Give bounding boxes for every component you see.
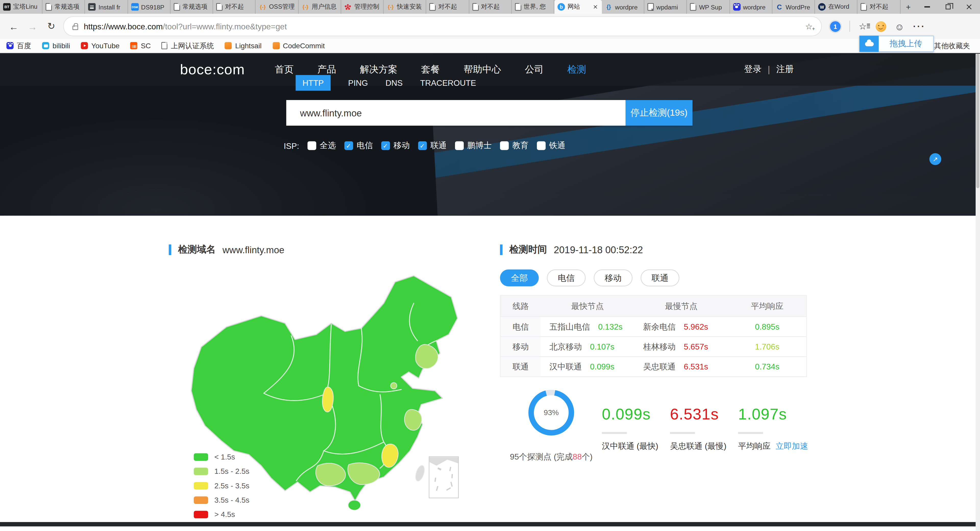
document-icon bbox=[690, 3, 697, 10]
accelerate-link[interactable]: 立即加速 bbox=[776, 441, 808, 452]
tab-traceroute[interactable]: TRACEROUTE bbox=[420, 78, 476, 88]
browser-tab[interactable]: BT宝塔Linu bbox=[0, 0, 43, 14]
bookmark-codecommit[interactable]: CodeCommit bbox=[272, 42, 325, 49]
isp-option-all[interactable]: 全选 bbox=[307, 140, 336, 151]
detect-url-input[interactable] bbox=[286, 100, 626, 126]
browser-tab[interactable]: WP Sup bbox=[687, 0, 730, 14]
browser-tab[interactable]: 对不起 bbox=[426, 0, 469, 14]
browser-tab[interactable]: 对不起 bbox=[469, 0, 512, 14]
browser-tab[interactable]: CWordPre bbox=[773, 0, 815, 14]
login-link[interactable]: 登录 bbox=[744, 64, 762, 75]
isp-option-telecom[interactable]: 电信 bbox=[344, 140, 373, 151]
tab-title: 网站 bbox=[568, 3, 589, 11]
table-row: 电信 五指山电信0.132s 新余电信5.962s 0.895s bbox=[501, 316, 807, 336]
browser-tab[interactable]: 管理控制 bbox=[341, 0, 384, 14]
browser-tab[interactable]: {-}OSS管理 bbox=[256, 0, 299, 14]
nav-detect[interactable]: 检测 bbox=[567, 64, 586, 76]
nav-home[interactable]: 首页 bbox=[275, 64, 293, 76]
bookmark-lightsail[interactable]: Lightsail bbox=[224, 42, 262, 49]
stat-divider bbox=[602, 432, 627, 434]
screen: BT宝塔Linu 常规选项 Install fr DSMDS918P 常规选项 … bbox=[0, 0, 980, 531]
isp-option-mobile[interactable]: 移动 bbox=[381, 140, 410, 151]
isp-option-education[interactable]: 教育 bbox=[500, 140, 528, 151]
new-tab-button[interactable]: + bbox=[900, 0, 916, 14]
tab-dns[interactable]: DNS bbox=[385, 78, 402, 88]
nav-help[interactable]: 帮助中心 bbox=[463, 64, 501, 76]
onepassword-icon[interactable]: 1 bbox=[830, 21, 841, 32]
checkbox-checked[interactable] bbox=[418, 141, 426, 150]
legend-label: 2.5s - 3.5s bbox=[215, 482, 249, 490]
filter-mobile[interactable]: 移动 bbox=[594, 269, 633, 286]
browser-tab[interactable]: {-}用户信息 bbox=[299, 0, 341, 14]
browser-tab[interactable]: {}wordpre bbox=[602, 0, 644, 14]
domain-heading: 检测域名 www.flinty.moe bbox=[169, 244, 284, 256]
browser-tab[interactable]: W在Word bbox=[815, 0, 858, 14]
settings-more-icon[interactable]: ··· bbox=[913, 21, 926, 31]
install-list-icon bbox=[88, 3, 96, 10]
tab-ping[interactable]: PING bbox=[348, 78, 368, 88]
url-box[interactable]: https://www.boce.com/tool?url=www.flinty… bbox=[64, 17, 821, 35]
browser-tab[interactable]: wordpre bbox=[730, 0, 773, 14]
browser-tab[interactable]: 世界, 您 bbox=[512, 0, 554, 14]
checkbox-unchecked[interactable] bbox=[500, 141, 508, 150]
browser-tab[interactable]: 对不起 bbox=[858, 0, 900, 14]
emoji-extension-icon[interactable] bbox=[875, 21, 886, 32]
stat-label-text: 平均响应 bbox=[738, 441, 770, 452]
drag-upload-popup[interactable]: 拖拽上传 bbox=[859, 36, 934, 52]
close-button[interactable] bbox=[959, 0, 980, 14]
isp-label: ISP: bbox=[284, 141, 299, 150]
checkbox-checked[interactable] bbox=[381, 141, 390, 150]
c-swirl-icon: C bbox=[776, 3, 783, 10]
isp-option-pengboshi[interactable]: 鹏博士 bbox=[455, 140, 492, 151]
restore-button[interactable] bbox=[937, 0, 959, 14]
boce-logo[interactable]: boce:com bbox=[180, 61, 245, 78]
legend-label: < 1.5s bbox=[215, 453, 235, 461]
feedback-smiley-icon[interactable]: ☺ bbox=[895, 21, 904, 31]
url-text[interactable]: https://www.boce.com/tool?url=www.flinty… bbox=[84, 21, 800, 31]
bookmark-youtube[interactable]: YouTube bbox=[81, 42, 119, 49]
bookmark-soundcloud[interactable]: SC bbox=[130, 42, 151, 49]
browser-tab[interactable]: {-}快速安装 bbox=[384, 0, 426, 14]
nav-company[interactable]: 公司 bbox=[525, 64, 543, 76]
stop-detect-button[interactable]: 停止检测(19s) bbox=[625, 100, 692, 126]
bookmark-baidu[interactable]: 百度 bbox=[6, 41, 31, 50]
bookmark-bilibili[interactable]: bilibili bbox=[42, 42, 70, 49]
refresh-button[interactable]: ↻ bbox=[45, 21, 57, 32]
minimize-button[interactable] bbox=[916, 0, 937, 14]
tab-close-icon[interactable] bbox=[593, 5, 598, 9]
filter-telecom[interactable]: 电信 bbox=[547, 269, 586, 286]
forward-button[interactable]: → bbox=[26, 21, 39, 32]
checkbox-unchecked[interactable] bbox=[455, 141, 463, 150]
browser-tab[interactable]: DSMDS918P bbox=[128, 0, 170, 14]
add-favorite-icon[interactable]: ☆ bbox=[805, 21, 813, 31]
page-scrollbar[interactable] bbox=[976, 54, 980, 531]
browser-tab[interactable]: 常规选项 bbox=[170, 0, 213, 14]
nav-solutions[interactable]: 解决方案 bbox=[360, 64, 397, 76]
isp-option-tietong[interactable]: 铁通 bbox=[537, 140, 566, 151]
scrollbar-thumb[interactable] bbox=[976, 54, 979, 188]
browser-tab[interactable]: wpdami bbox=[645, 0, 687, 14]
browser-tab-active[interactable]: b网站 bbox=[554, 0, 602, 14]
checkbox-unchecked[interactable] bbox=[307, 141, 316, 150]
table-row: 移动 北京移动0.107s 桂林移动5.657s 1.706s bbox=[501, 336, 807, 356]
browser-tab[interactable]: 常规选项 bbox=[43, 0, 85, 14]
document-icon bbox=[861, 3, 867, 10]
isp-option-unicom[interactable]: 联通 bbox=[418, 140, 447, 151]
favorites-hub-icon[interactable]: ☆ bbox=[859, 21, 867, 31]
register-link[interactable]: 注册 bbox=[776, 64, 794, 75]
checkbox-unchecked[interactable] bbox=[537, 141, 546, 150]
filter-all[interactable]: 全部 bbox=[500, 269, 539, 286]
tab-http[interactable]: HTTP bbox=[296, 75, 331, 91]
browser-tab[interactable]: Install fr bbox=[85, 0, 128, 14]
back-button[interactable]: ← bbox=[7, 21, 20, 32]
bookmark-auth-system[interactable]: 上网认证系统 bbox=[162, 41, 214, 50]
scroll-fab-button[interactable]: ↗ bbox=[929, 153, 942, 165]
browser-tab[interactable]: 对不起 bbox=[213, 0, 256, 14]
nav-plans[interactable]: 套餐 bbox=[421, 64, 440, 76]
bookmark-label: CodeCommit bbox=[283, 42, 325, 49]
isp-option-label: 全选 bbox=[320, 140, 336, 151]
isp-option-label: 鹏博士 bbox=[467, 140, 492, 151]
filter-unicom[interactable]: 联通 bbox=[641, 269, 679, 286]
checkbox-checked[interactable] bbox=[344, 141, 353, 150]
nav-products[interactable]: 产品 bbox=[317, 64, 336, 76]
